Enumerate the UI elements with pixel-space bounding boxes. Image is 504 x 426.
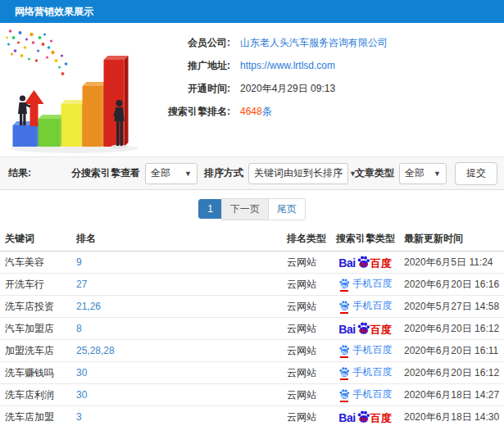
updated-cell: 2020年6月5日 11:24 [399, 252, 504, 274]
table-header-row: 关键词 排名 排名类型 搜索引擎类型 最新更新时间 [0, 228, 504, 252]
rank-type-cell: 云网站 [282, 406, 331, 426]
updated-cell: 2020年6月18日 14:27 [399, 384, 504, 406]
open-time-value: 2020年4月29日 09:13 [240, 82, 335, 96]
next-page-button[interactable]: 下一页 [221, 198, 269, 220]
last-page-button[interactable]: 尾页 [268, 198, 306, 220]
rank-type-cell: 云网站 [282, 318, 331, 340]
rank-type-cell: 云网站 [282, 340, 331, 362]
result-label: 结果: [8, 166, 31, 180]
updated-cell: 2020年6月20日 16:12 [399, 318, 504, 340]
baidu-paw-icon: du [356, 255, 370, 269]
ranking-table: 关键词 排名 排名类型 搜索引擎类型 最新更新时间 汽车美容 9 云网站 Bai… [0, 228, 504, 426]
member-company-label: 会员公司: [152, 36, 230, 50]
mobile-baidu-paw-icon: du [338, 388, 350, 400]
rank-type-cell: 云网站 [282, 296, 331, 318]
header-rank: 排名 [71, 228, 282, 252]
baidu-logo: Bai du 百度 [338, 255, 391, 269]
keyword-cell: 开洗车行 [0, 274, 71, 296]
updated-cell: 2020年6月18日 14:30 [399, 406, 504, 426]
open-time-label: 开通时间: [152, 82, 230, 96]
updated-cell: 2020年6月20日 16:12 [399, 362, 504, 384]
table-row: 洗车店加盟 3 云网站 Bai du 百度 2020年6月18日 14:30 [0, 406, 504, 426]
promo-url-row: 推广地址: https://www.lrtlsd.com [152, 54, 504, 77]
baidu-logo: Bai du 百度 [338, 410, 391, 424]
mobile-baidu-paw-icon: du [338, 344, 350, 356]
table-row: 洗车赚钱吗 30 云网站 du 手机百度 2020年6月20日 16:12 [0, 362, 504, 384]
rank-type-cell: 云网站 [282, 274, 331, 296]
page-title: 网络营销效果展示 [15, 5, 93, 19]
confetti-dots [6, 29, 67, 75]
rank-link[interactable]: 30 [76, 389, 87, 401]
baidu-logo: Bai du 百度 [338, 321, 391, 335]
rank-type-cell: 云网站 [282, 362, 331, 384]
header-updated-time: 最新更新时间 [399, 228, 504, 252]
rank-link[interactable]: 8 [76, 323, 82, 334]
mobile-baidu-logo: du 手机百度 [338, 277, 393, 291]
bar-chart-graphic [2, 25, 150, 156]
rank-link[interactable]: 9 [76, 256, 82, 268]
updated-cell: 2020年6月20日 16:11 [399, 340, 504, 362]
table-row: 汽车加盟店 8 云网站 Bai du 百度 2020年6月20日 16:12 [0, 318, 504, 340]
header-engine-type: 搜索引擎类型 [331, 228, 399, 252]
promo-url-link[interactable]: https://www.lrtlsd.com [240, 60, 335, 71]
account-info-panel: 会员公司: 山东老人头汽车服务咨询有限公司 推广地址: https://www.… [152, 23, 504, 156]
mobile-baidu-logo: du 手机百度 [338, 343, 393, 357]
keyword-cell: 洗车赚钱吗 [0, 362, 71, 384]
rank-link[interactable]: 3 [76, 411, 82, 423]
rank-link[interactable]: 25,28,28 [76, 345, 115, 356]
pagination: 1 下一页 尾页 [0, 190, 504, 228]
mobile-baidu-paw-icon: du [338, 300, 350, 311]
chevron-down-icon: ▼ [434, 170, 441, 178]
ranking-table-body: 汽车美容 9 云网站 Bai du 百度 2020年6月5日 11:24 开洗车… [0, 252, 504, 426]
mobile-baidu-logo: du 手机百度 [338, 365, 393, 379]
mobile-baidu-paw-icon: du [338, 366, 350, 378]
table-row: 汽车美容 9 云网站 Bai du 百度 2020年6月5日 11:24 [0, 252, 504, 274]
updated-cell: 2020年6月20日 16:16 [399, 274, 504, 296]
article-type-label: 文章类型 [355, 166, 394, 180]
promo-url-label: 推广地址: [152, 59, 230, 73]
keyword-cell: 洗车店投资 [0, 296, 71, 318]
growth-chart-illustration [0, 23, 152, 154]
rank-link[interactable]: 27 [76, 279, 87, 290]
baidu-paw-icon: du [356, 321, 370, 335]
engine-rank-unit-link[interactable]: 条 [262, 106, 272, 117]
chevron-down-icon: ▼ [184, 170, 192, 178]
engine-filter-label: 分搜索引擎查看 [71, 166, 140, 180]
info-section: 会员公司: 山东老人头汽车服务咨询有限公司 推广地址: https://www.… [0, 23, 504, 156]
table-row: 洗车店利润 30 云网站 du 手机百度 2020年6月18日 14:27 [0, 384, 504, 406]
baidu-paw-icon: du [356, 410, 370, 424]
keyword-cell: 汽车美容 [0, 252, 71, 274]
page-1-button[interactable]: 1 [198, 199, 222, 219]
rank-link[interactable]: 21,26 [76, 301, 101, 312]
keyword-cell: 洗车店加盟 [0, 406, 71, 426]
engine-rank-label: 搜索引擎排名: [152, 105, 230, 119]
keyword-cell: 汽车加盟店 [0, 318, 71, 340]
table-row: 加盟洗车店 25,28,28 云网站 du 手机百度 2020年6月20日 16… [0, 340, 504, 362]
open-time-row: 开通时间: 2020年4月29日 09:13 [152, 77, 504, 100]
mobile-baidu-paw-icon: du [338, 278, 350, 289]
sort-select[interactable]: 关键词由短到长排序 ▼ [248, 163, 348, 184]
sort-label: 排序方式 [204, 166, 243, 180]
submit-button[interactable]: 提交 [455, 162, 497, 185]
keyword-cell: 洗车店利润 [0, 384, 71, 406]
header-rank-type: 排名类型 [282, 228, 331, 252]
engine-filter-select[interactable]: 全部 ▼ [145, 163, 198, 184]
rank-link[interactable]: 30 [76, 367, 87, 378]
header-keyword: 关键词 [0, 228, 71, 252]
filter-bar: 结果: 分搜索引擎查看 全部 ▼ 排序方式 关键词由短到长排序 ▼ 文章类型 全… [0, 156, 504, 190]
rank-type-cell: 云网站 [282, 252, 331, 274]
mobile-baidu-logo: du 手机百度 [338, 299, 393, 313]
engine-rank-count: 4648 [240, 106, 262, 117]
engine-rank-row: 搜索引擎排名: 4648条 [152, 100, 504, 123]
keyword-cell: 加盟洗车店 [0, 340, 71, 362]
updated-cell: 2020年5月27日 14:58 [399, 296, 504, 318]
article-type-select[interactable]: 全部 ▼ [399, 163, 447, 184]
table-row: 洗车店投资 21,26 云网站 du 手机百度 2020年5月27日 14:58 [0, 296, 504, 318]
member-company-link[interactable]: 山东老人头汽车服务咨询有限公司 [240, 36, 388, 50]
titlebar: 网络营销效果展示 [0, 0, 504, 23]
table-row: 开洗车行 27 云网站 du 手机百度 2020年6月20日 16:16 [0, 274, 504, 296]
rank-type-cell: 云网站 [282, 384, 331, 406]
member-company-row: 会员公司: 山东老人头汽车服务咨询有限公司 [152, 31, 504, 54]
mobile-baidu-logo: du 手机百度 [338, 387, 393, 401]
